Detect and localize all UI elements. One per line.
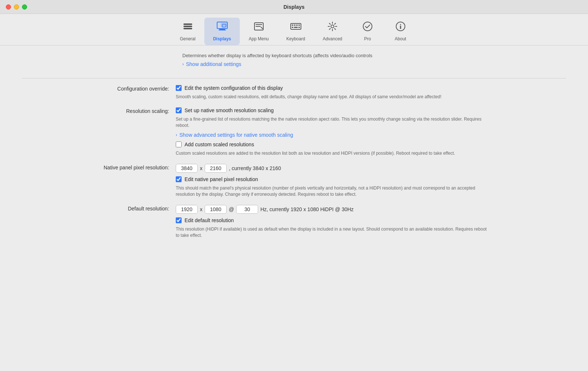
default-height-box[interactable]: 1080: [205, 205, 227, 214]
default-resolution-row: Default resolution: 1920 x 1080 @ 30 Hz,…: [22, 205, 566, 239]
window-controls: [6, 4, 27, 10]
pro-label: Pro: [364, 36, 371, 41]
minimize-button[interactable]: [14, 4, 19, 10]
default-resolution-label: Default resolution:: [22, 205, 176, 212]
native-width-box[interactable]: 3840: [176, 164, 198, 173]
tab-keyboard[interactable]: Keyboard: [278, 18, 314, 45]
add-custom-label: Add custom scaled resolutions: [185, 142, 254, 147]
tab-app-menu[interactable]: App Menu: [240, 18, 278, 45]
svg-rect-5: [219, 30, 226, 30]
advanced-icon: [327, 21, 338, 35]
add-custom-desc: Custom scaled resolutions are added to t…: [176, 150, 491, 157]
resolution-scaling-row: Resolution scaling: Set up native smooth…: [22, 107, 566, 157]
default-resolution-values: 1920 x 1080 @ 30 Hz, currently 1920 x 10…: [176, 205, 566, 214]
svg-rect-2: [183, 28, 192, 29]
svg-rect-17: [294, 27, 298, 28]
show-advanced-settings-expand[interactable]: › Show advanced settings for native smoo…: [176, 132, 566, 138]
svg-rect-0: [183, 23, 192, 25]
app-menu-label: App Menu: [249, 36, 269, 41]
show-additional-label: Show additional settings: [186, 61, 241, 67]
svg-rect-13: [294, 25, 295, 26]
expand-arrow-additional: ›: [182, 62, 184, 67]
svg-rect-12: [292, 25, 293, 26]
edit-default-label: Edit default resolution: [185, 217, 234, 223]
native-panel-row: Native panel pixel resolution: 3840 x 21…: [22, 164, 566, 198]
default-hz-box[interactable]: 30: [236, 205, 258, 214]
show-advanced-settings-label: Show advanced settings for native smooth…: [179, 132, 293, 138]
svg-rect-18: [298, 27, 300, 28]
section-divider: [22, 78, 566, 78]
maximize-button[interactable]: [22, 4, 27, 10]
native-panel-content: 3840 x 2160 , currently 3840 x 2160 Edit…: [176, 164, 566, 198]
smooth-scaling-desc: Set up a fine-grained list of resolution…: [176, 116, 491, 129]
svg-point-22: [400, 24, 401, 25]
svg-rect-10: [256, 26, 261, 27]
top-description: Determines whether display is affected b…: [182, 53, 566, 58]
tab-advanced[interactable]: Advanced: [314, 18, 351, 45]
native-panel-label: Native panel pixel resolution:: [22, 164, 176, 170]
config-override-content: Edit the system configuration of this di…: [176, 85, 566, 100]
config-override-label: Configuration override:: [22, 85, 176, 92]
displays-icon: [216, 21, 228, 35]
keyboard-icon: [290, 21, 302, 35]
show-additional-expand[interactable]: › Show additional settings: [182, 60, 566, 68]
native-resolution-values: 3840 x 2160 , currently 3840 x 2160: [176, 164, 566, 173]
window-title: Displays: [283, 4, 305, 10]
keyboard-label: Keyboard: [286, 36, 305, 41]
about-icon: [395, 21, 406, 35]
tab-pro[interactable]: Pro: [351, 18, 384, 45]
app-menu-icon: [253, 21, 265, 35]
config-override-checkbox-row[interactable]: Edit the system configuration of this di…: [176, 85, 566, 91]
close-button[interactable]: [6, 4, 11, 10]
svg-rect-23: [400, 26, 401, 29]
main-content: Determines whether display is affected b…: [0, 45, 588, 255]
smooth-scaling-checkbox[interactable]: [176, 107, 182, 113]
tab-general[interactable]: General: [171, 18, 204, 45]
smooth-scaling-checkbox-row[interactable]: Set up native smooth resolution scaling: [176, 107, 566, 113]
displays-label: Displays: [213, 36, 231, 41]
svg-point-19: [331, 25, 334, 28]
expand-arrow-advanced: ›: [176, 132, 177, 137]
native-current-text: , currently 3840 x 2160: [229, 165, 281, 171]
edit-native-checkbox[interactable]: [176, 176, 182, 182]
titlebar: Displays: [0, 0, 588, 14]
default-width-box[interactable]: 1920: [176, 205, 198, 214]
config-override-row: Configuration override: Edit the system …: [22, 85, 566, 100]
general-label: General: [180, 36, 196, 41]
native-height-box[interactable]: 2160: [205, 164, 227, 173]
edit-native-label: Edit native panel pixel resolution: [185, 176, 258, 182]
svg-rect-1: [183, 26, 192, 27]
about-label: About: [395, 36, 406, 41]
advanced-label: Advanced: [323, 36, 342, 41]
add-custom-checkbox[interactable]: [176, 142, 182, 147]
config-override-checkbox[interactable]: [176, 85, 182, 91]
default-resolution-content: 1920 x 1080 @ 30 Hz, currently 1920 x 10…: [176, 205, 566, 239]
svg-rect-9: [256, 24, 262, 25]
svg-point-20: [363, 22, 372, 31]
edit-default-desc: This resolution (HiDPI if available) is …: [176, 226, 491, 239]
svg-rect-6: [221, 23, 227, 27]
general-icon: [182, 21, 194, 35]
default-at-sep: @: [229, 206, 234, 212]
resolution-scaling-content: Set up native smooth resolution scaling …: [176, 107, 566, 157]
svg-rect-4: [219, 29, 225, 30]
tab-about[interactable]: About: [384, 18, 417, 45]
default-x-sep: x: [200, 206, 202, 212]
config-override-desc: Smooth scaling, custom scaled resolution…: [176, 94, 491, 100]
pro-icon: [362, 21, 373, 35]
config-override-checkbox-label: Edit the system configuration of this di…: [185, 85, 283, 91]
svg-rect-14: [296, 25, 298, 26]
add-custom-checkbox-row[interactable]: Add custom scaled resolutions: [176, 142, 566, 147]
tab-displays[interactable]: Displays: [204, 18, 240, 45]
svg-rect-16: [292, 27, 293, 28]
edit-native-checkbox-row[interactable]: Edit native panel pixel resolution: [176, 176, 566, 182]
resolution-scaling-label: Resolution scaling:: [22, 107, 176, 114]
native-x-sep: x: [200, 165, 202, 171]
toolbar: General Displays App Menu: [0, 14, 588, 45]
default-current-text: Hz, currently 1920 x 1080 HiDPI @ 30Hz: [260, 206, 354, 212]
svg-rect-11: [291, 23, 301, 29]
edit-default-checkbox-row[interactable]: Edit default resolution: [176, 217, 566, 223]
edit-default-checkbox[interactable]: [176, 217, 182, 223]
svg-rect-15: [298, 25, 300, 26]
smooth-scaling-label: Set up native smooth resolution scaling: [185, 107, 274, 113]
